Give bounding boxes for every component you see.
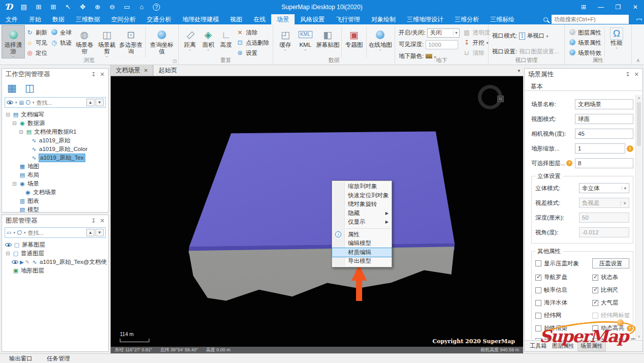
menu-item-material-edit[interactable]: 材质编辑	[332, 248, 392, 257]
tree-node-datasource[interactable]: ⊟▤文档使用数据R1	[3, 128, 107, 136]
eye-icon[interactable]	[12, 259, 18, 265]
checkbox-graticule[interactable]: 经纬网	[535, 312, 592, 319]
search-prev-button[interactable]: ▲	[86, 229, 94, 236]
measure-clear-button[interactable]: ✕清除	[236, 28, 269, 37]
checkbox-earth[interactable]: 地球	[535, 337, 592, 340]
output-window-button[interactable]: 输出窗口	[9, 355, 33, 362]
tab-3d-data[interactable]: 三维数据	[70, 14, 106, 24]
layer-node-screen[interactable]: ▢屏幕图层	[3, 240, 107, 249]
tab-traffic-analysis[interactable]: 交通分析	[141, 14, 177, 24]
online-map-button[interactable]: 在线地图-	[368, 25, 393, 51]
search-prev-button[interactable]: ▲	[86, 99, 94, 106]
layer-search-input[interactable]	[27, 230, 84, 236]
underground-clear-button[interactable]: ⊔清除	[463, 49, 490, 57]
overlay-settings-button[interactable]: 压盖设置	[592, 258, 629, 268]
close-tab-icon[interactable]: ✕	[144, 65, 148, 76]
locate-button[interactable]: ◎定位	[26, 49, 47, 57]
save-icon[interactable]: ▤	[20, 0, 28, 14]
tab-view[interactable]: 视图	[224, 14, 248, 24]
menu-item-edit-model[interactable]: 编辑模型	[332, 239, 392, 248]
minimize-button[interactable]: —	[592, 0, 609, 14]
measure-settings-button[interactable]: ⊛设置	[236, 49, 269, 57]
terrain-scale-field[interactable]: 1	[575, 143, 625, 154]
pin-icon[interactable]: ↧	[626, 71, 630, 78]
close-button[interactable]: ✕	[627, 0, 644, 14]
cache-button[interactable]: ◰ 缓存-	[275, 25, 295, 51]
search-next-button[interactable]: ▼	[95, 99, 104, 106]
checkbox-framerate-info[interactable]: 帧率信息	[535, 286, 592, 294]
view-mode-field[interactable]: 球面	[575, 114, 633, 124]
scene-properties-button[interactable]: 场景属性	[568, 39, 601, 47]
search-icon[interactable]	[17, 230, 22, 235]
scene-curtain-button[interactable]: ◍ 场景卷帘	[73, 25, 95, 55]
tab-overflow-icon[interactable]: ▾	[518, 65, 523, 76]
tab-spatial-analysis[interactable]: 空间分析	[106, 14, 141, 24]
menu-item-export-model[interactable]: 导出模型	[332, 257, 392, 266]
scene-3d-view[interactable]: N 缩放到对象 快速定位到对象 绕对象旋转 隐藏▶ 仅显示▶ i属性 编辑模型 …	[111, 76, 523, 353]
doc-tab-scene[interactable]: 文档场景✕	[111, 65, 153, 76]
tab-3d-plotting[interactable]: 三维标绘	[485, 14, 520, 24]
selectable-layers-field[interactable]: 8	[575, 158, 633, 168]
checkbox-ocean-water[interactable]: 海洋水体	[535, 299, 592, 307]
checkbox-scale-bar[interactable]: 比例尺	[592, 286, 635, 294]
fullscreen-icon[interactable]: ⌐¬	[636, 16, 641, 22]
menu-item-zoom-to-object[interactable]: 缩放到对象	[332, 182, 392, 191]
tree-node-dataset[interactable]: ∿a1019_原始_Color	[3, 145, 107, 154]
dig-button[interactable]: ↧开挖 ▾	[463, 39, 490, 47]
tree-node-models[interactable]: ▧模型	[3, 205, 107, 213]
checkbox-always-render[interactable]: 始终渲染	[535, 324, 592, 332]
navigation-compass[interactable]: N	[478, 85, 502, 109]
thematic-map-button[interactable]: ▣ 专题图	[343, 25, 364, 48]
close-panel-icon[interactable]: ✕	[100, 71, 105, 78]
tree-node-dataset-selected[interactable]: ∿a1019_原始_Tex	[3, 154, 107, 162]
zoom-in-icon[interactable]: ⊕	[93, 0, 102, 14]
new-map-window-icon[interactable]: ⊞	[35, 0, 43, 14]
eye-icon[interactable]	[5, 241, 12, 248]
menu-item-show-only[interactable]: 仅显示▶	[332, 218, 392, 227]
tab-file[interactable]: 文件	[0, 14, 23, 24]
checkbox-dynamic-highlight[interactable]: 动态高亮?	[592, 324, 635, 332]
open-folder-icon[interactable]: ⌂	[138, 0, 146, 14]
collapse-ribbon-icon[interactable]: ∧	[636, 57, 640, 63]
checkbox-show-overlay-objects[interactable]: 显示压盖对象	[535, 260, 592, 267]
tree-node-scene-doc[interactable]: ◉文档场景	[3, 188, 107, 197]
search-input[interactable]	[552, 15, 629, 24]
performance-button[interactable]: Ω 性能-	[606, 25, 627, 49]
tab-geoprocessing[interactable]: 地理处理建模	[177, 14, 224, 24]
visible-button[interactable]: ☼可见	[26, 39, 47, 47]
screen-overlay-button[interactable]: ◧ 屏幕贴图	[315, 25, 340, 48]
checkbox-status-bar[interactable]: 状态条	[592, 274, 635, 281]
scene-effects-button[interactable]: 场景特效	[568, 49, 601, 57]
pick-delete-button[interactable]: ⊡点选删除	[236, 39, 269, 47]
global-button[interactable]: 全球	[50, 28, 72, 37]
area-button[interactable]: ◈ 面积-	[199, 25, 217, 51]
bottom-tab-toolbox[interactable]: 工具箱	[527, 341, 549, 351]
maximize-button[interactable]: ❐	[609, 0, 627, 14]
underground-switch-select[interactable]: 关闭▾	[427, 28, 460, 38]
bottom-tab-scene-properties[interactable]: 场景属性	[577, 341, 606, 351]
checkbox-navigation-compass[interactable]: 导航罗盘	[535, 274, 592, 281]
datasource-view-icon[interactable]: ◫	[25, 82, 35, 94]
layer-node-dataset-layer[interactable]: ▶✎∿a1019_原始_Tex@文档使用数据	[3, 258, 107, 266]
menu-item-hide[interactable]: 隐藏▶	[332, 209, 392, 218]
menu-item-quick-locate[interactable]: 快速定位到对象	[332, 191, 392, 200]
panel-scrollbar[interactable]: ∧ ∨	[635, 95, 642, 340]
tab-online[interactable]: 在线	[248, 14, 271, 24]
tab-data[interactable]: 数据	[47, 14, 70, 24]
visibility-filter-icon[interactable]	[7, 99, 13, 106]
transparency-button[interactable]: ▨透明度	[463, 28, 490, 37]
tree-node-dataset[interactable]: ∿a1019_原始	[3, 136, 107, 145]
checkbox-atmosphere[interactable]: 大气层	[592, 299, 635, 307]
new-scene-window-icon[interactable]: ⊞	[49, 0, 57, 14]
parallax-mode-select[interactable]: 负视差∨	[579, 198, 629, 208]
pan-tool-icon[interactable]: ✥	[79, 0, 87, 14]
bottom-tab-layer-properties[interactable]: 图层属性	[550, 341, 577, 351]
tree-node-scenes[interactable]: ⊟◉场景	[3, 179, 107, 188]
checkbox-graticule-labels[interactable]: 经纬网标签	[592, 312, 635, 319]
view-angle-field[interactable]: -0.012	[579, 227, 629, 237]
workspace-view-icon[interactable]: ▦	[7, 82, 17, 94]
dialog-launcher-icon[interactable]: ◳	[172, 58, 177, 64]
layer-node-normal-group[interactable]: ⊟▢普通图层	[3, 249, 107, 258]
layout-icon[interactable]: ⊞	[575, 0, 592, 14]
tab-flight-management[interactable]: 飞行管理	[330, 14, 366, 24]
